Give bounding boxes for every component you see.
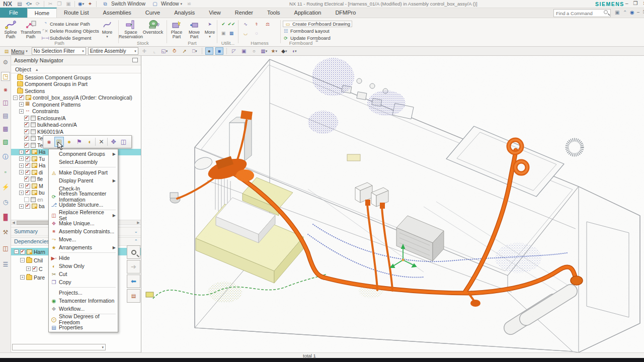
pan-view-icon[interactable]: ➚ xyxy=(181,47,189,55)
utility-table-icon[interactable]: ▦ xyxy=(228,30,234,36)
help-icon[interactable]: ◉ xyxy=(630,10,634,15)
refresh-view-icon[interactable]: ○ xyxy=(250,47,258,55)
part-navigator-icon[interactable]: ◫ xyxy=(1,98,10,107)
tab-view[interactable]: View xyxy=(202,8,228,18)
process-studio-icon[interactable]: ⚒ xyxy=(1,228,10,237)
expand-icon[interactable]: + xyxy=(19,184,24,188)
tree-row[interactable]: + Constraints xyxy=(11,108,141,115)
cut-icon[interactable]: ✂ xyxy=(46,1,54,8)
menu-item-projects[interactable]: Projects... xyxy=(49,289,118,297)
checkbox-checked[interactable] xyxy=(25,163,30,168)
preview-combo[interactable]: ▾ xyxy=(12,344,106,350)
find-command-input[interactable] xyxy=(553,9,611,17)
move-part-button[interactable]: Move Part xyxy=(186,19,202,41)
video-timeline-bar[interactable] xyxy=(0,358,644,362)
unroute-icon[interactable]: ⚕ xyxy=(254,21,260,27)
back-button[interactable]: ⬅ xyxy=(127,275,140,288)
tab-curve[interactable]: Curve xyxy=(138,8,167,18)
selection-filter-combo[interactable]: No Selection Filter▾ xyxy=(32,47,86,55)
checkbox-checked[interactable] xyxy=(24,143,29,148)
menu-item-teamcenter-information[interactable]: ◉ Teamcenter Information xyxy=(49,297,118,305)
space-reservation-button[interactable]: Space Reservation xyxy=(119,19,142,41)
tree-row[interactable]: Session Component Groups xyxy=(11,74,141,81)
endpoint-snap-icon[interactable]: ⌞ xyxy=(150,47,158,55)
menu-item-display-parent[interactable]: Display Parent ▶ xyxy=(49,176,118,185)
delete-routing-objects-button[interactable]: ⌜✕ Delete Routing Objects xyxy=(42,28,99,34)
collapse-icon[interactable]: − xyxy=(14,249,19,254)
fan-connector-icon[interactable]: ◡ xyxy=(243,30,249,36)
tab-file[interactable]: File xyxy=(0,8,27,18)
menu-item-show-only[interactable]: ◐ Show Only xyxy=(49,262,118,270)
collapse-icon[interactable]: − xyxy=(20,258,25,262)
scroll-left-icon[interactable]: ◀ xyxy=(11,220,16,225)
export-icon[interactable]: ◫ xyxy=(119,137,128,147)
wcs-icon[interactable]: ◸ xyxy=(230,47,238,55)
move-component-icon[interactable]: ✥ xyxy=(109,137,118,147)
ribbon-scroll-up-icon[interactable]: ▴ xyxy=(315,20,317,25)
tree-row[interactable]: Sections xyxy=(11,87,141,95)
minimize-button[interactable]: – xyxy=(625,1,628,6)
tab-render[interactable]: Render xyxy=(228,8,260,18)
expand-icon[interactable]: + xyxy=(19,170,24,174)
grid-icon[interactable]: ▦▾ xyxy=(260,47,268,55)
shaded-view-icon[interactable]: ● xyxy=(205,47,213,55)
history-icon[interactable]: ◷ xyxy=(1,198,10,207)
stock-more-button[interactable]: φ xyxy=(150,19,166,41)
checkbox-checked[interactable] xyxy=(25,156,30,161)
select-region-icon[interactable]: ◱▾ xyxy=(160,47,169,55)
rotate-view-icon[interactable]: ⥁ xyxy=(171,47,179,55)
checkbox-checked[interactable] xyxy=(25,149,30,154)
selection-scope-combo[interactable]: Entire Assembly▾ xyxy=(88,47,138,55)
zoom-button[interactable] xyxy=(127,245,140,259)
column-header-object[interactable]: Object ▲ xyxy=(11,66,141,73)
menu-item-replace-reference-set[interactable]: ◫ Replace Reference Set ▶ xyxy=(49,211,118,219)
roles-icon[interactable]: █ xyxy=(1,213,10,222)
tab-home[interactable]: Home xyxy=(27,8,57,18)
notes-icon[interactable]: ☰ xyxy=(1,260,10,269)
hd3d-tools-icon[interactable]: ▩ xyxy=(1,124,10,133)
tree-row[interactable]: K960019/A xyxy=(11,128,141,135)
expand-icon[interactable]: + xyxy=(26,266,31,271)
tab-tools[interactable]: Tools xyxy=(260,8,287,18)
tree-row-control-box-assy[interactable]: − control_box_assy/A (Order: Chronologic… xyxy=(11,95,141,102)
scene-icon[interactable]: ◆▾ xyxy=(280,47,288,55)
tree-row[interactable]: + Component Patterns xyxy=(11,101,141,108)
menu-item-show-degrees-of-freedom[interactable]: ⨀ Show Degrees of Freedom xyxy=(49,315,118,323)
menu-item-select-assembly[interactable]: Select Assembly xyxy=(49,158,118,166)
qat-overflow-icon[interactable]: ≌ xyxy=(185,1,193,8)
switch-window-button[interactable]: ⧉ Switch Window xyxy=(98,0,148,8)
checkbox-checked[interactable] xyxy=(25,170,30,175)
tab-dfmpro[interactable]: DFMPro xyxy=(328,8,363,18)
checkbox-checked[interactable] xyxy=(24,129,29,134)
menu-item-assembly-constraints[interactable]: ⨳ Assembly Constraints... xyxy=(49,227,118,235)
snap-point-icon[interactable]: ✚ xyxy=(140,47,148,55)
assembly-navigator-icon[interactable]: ◳ xyxy=(1,72,10,81)
details-button[interactable]: ▤ xyxy=(127,289,140,303)
transform-path-button[interactable]: Transform Path xyxy=(21,19,40,41)
window-fit-icon[interactable]: ▣ xyxy=(240,47,248,55)
menu-item-make-displayed-part[interactable]: ◬ Make Displayed Part xyxy=(49,168,118,176)
collapse-icon[interactable]: − xyxy=(13,96,18,100)
restore-button[interactable]: ❐ xyxy=(633,1,638,6)
menu-item-refresh-teamcenter[interactable]: ⟳ Refresh Teamcenter Information xyxy=(49,193,118,201)
checkbox-checked[interactable] xyxy=(24,136,29,141)
part-more-button[interactable]: ➤ More ▾ xyxy=(203,19,216,41)
tab-analysis[interactable]: Analysis xyxy=(167,8,202,18)
checkbox-unchecked[interactable] xyxy=(24,197,29,202)
menu-item-workflow[interactable]: ✥ Workflow... xyxy=(49,305,118,313)
wire-route-icon[interactable]: ∿ xyxy=(243,21,249,27)
3d-viewport[interactable] xyxy=(142,56,644,352)
menu-item-hide[interactable]: ▶▫ Hide xyxy=(49,254,118,262)
expand-icon[interactable]: + xyxy=(19,150,24,154)
menu-item-copy[interactable]: ❐ Copy xyxy=(49,278,118,286)
menu-item-component-groups[interactable]: Component Groups ▶ xyxy=(49,150,118,158)
expand-icon[interactable]: + xyxy=(19,102,24,107)
menu-item-arrangements[interactable]: ★ Arrangements ▶ xyxy=(49,243,118,251)
checkbox-checked[interactable] xyxy=(24,122,29,127)
tab-assemblies[interactable]: Assemblies xyxy=(96,8,138,18)
checkbox-checked[interactable] xyxy=(24,116,29,121)
place-part-button[interactable]: Place Part xyxy=(168,19,185,41)
expand-icon[interactable]: + xyxy=(20,275,25,280)
manufacturing-wizard-icon[interactable]: ◫ xyxy=(1,244,10,253)
panel-pin-icon[interactable] xyxy=(132,58,138,62)
